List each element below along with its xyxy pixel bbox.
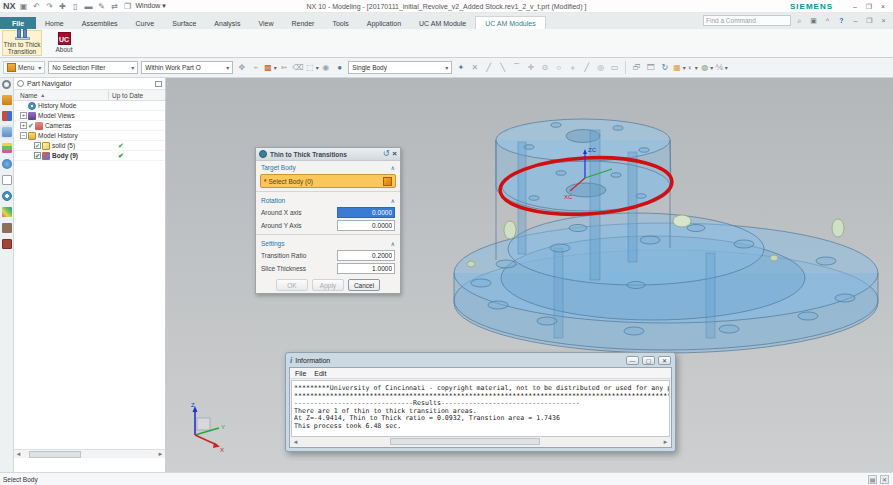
- tab-uc-am-modules-active[interactable]: UC AM Modules: [475, 16, 546, 29]
- tab-uc-am-module[interactable]: UC AM Module: [410, 17, 475, 29]
- information-text-area[interactable]: *********University of Cincinnati - copy…: [291, 380, 670, 437]
- select-previous-icon[interactable]: ⌁: [250, 63, 261, 72]
- slice-thickness-input[interactable]: [337, 263, 395, 274]
- tab-curve[interactable]: Curve: [127, 17, 164, 29]
- process-studio-icon[interactable]: [2, 223, 12, 233]
- swap-icon[interactable]: ⇄: [110, 1, 120, 11]
- expand-icon[interactable]: +: [20, 122, 27, 129]
- cancel-button[interactable]: Cancel: [348, 279, 380, 291]
- information-window[interactable]: i Information — ▢ ✕ File Edit *********U…: [285, 352, 676, 452]
- tree-item-cameras[interactable]: + ✔ Cameras: [14, 121, 165, 131]
- dependency-icon[interactable]: ✕: [880, 475, 889, 484]
- panel-gear-icon[interactable]: [17, 80, 24, 87]
- apply-button[interactable]: Apply: [312, 279, 344, 291]
- quadrant-icon[interactable]: ✛: [525, 63, 536, 72]
- tab-assemblies[interactable]: Assemblies: [73, 17, 127, 29]
- work-layer-icon[interactable]: ●: [334, 63, 345, 72]
- graphics-viewport[interactable]: ZC XC Z Y X: [166, 78, 893, 472]
- information-title-bar[interactable]: i Information — ▢ ✕: [286, 353, 675, 367]
- info-menu-file[interactable]: File: [295, 370, 306, 377]
- checkbox-checked-icon[interactable]: ✔: [34, 142, 41, 149]
- around-x-input[interactable]: [337, 207, 395, 218]
- window-cascade-icon[interactable]: 🗗: [631, 63, 642, 72]
- target-body-section-header[interactable]: Target Body∧: [256, 161, 400, 173]
- thin-to-thick-transitions-dialog[interactable]: Thin to Thick Transitions ↺ × Target Bod…: [255, 147, 401, 294]
- tangent-point-icon[interactable]: ◎: [595, 63, 606, 72]
- refresh-icon[interactable]: ↻: [659, 63, 670, 72]
- existing-point-icon[interactable]: ⊙: [539, 63, 550, 72]
- paste-icon[interactable]: ▬: [84, 1, 94, 11]
- arc-center-icon[interactable]: ⌒: [511, 62, 522, 73]
- collapse-chevron-icon[interactable]: ∧: [391, 240, 395, 247]
- undo-icon[interactable]: ↶: [32, 1, 42, 11]
- show-hide-icon[interactable]: ◉: [320, 63, 331, 72]
- assembly-navigator-icon[interactable]: [2, 95, 12, 105]
- face-snap-icon[interactable]: ▭: [609, 63, 620, 72]
- tree-item-body[interactable]: ✔ Body (9) ✔: [14, 151, 165, 161]
- tree-item-history-mode[interactable]: History Mode: [14, 101, 165, 111]
- around-y-input[interactable]: [337, 220, 395, 231]
- scroll-left-icon[interactable]: ◄: [14, 451, 23, 457]
- layers-icon[interactable]: [2, 143, 12, 153]
- expand-icon[interactable]: +: [20, 112, 27, 119]
- brush-icon[interactable]: ✎: [97, 1, 107, 11]
- internet-icon[interactable]: [2, 159, 12, 169]
- tree-item-model-history[interactable]: − Model History: [14, 131, 165, 141]
- minimize-icon[interactable]: –: [849, 2, 861, 11]
- collapse-chevron-icon[interactable]: ∧: [391, 197, 395, 204]
- tab-application[interactable]: Application: [358, 17, 410, 29]
- point-on-surface-icon[interactable]: ＋: [567, 62, 578, 73]
- copy-icon[interactable]: ▯: [71, 1, 81, 11]
- scroll-left-icon[interactable]: ◄: [291, 439, 300, 445]
- snap-point-icon[interactable]: ✦: [455, 63, 466, 72]
- menu-button[interactable]: Menu▾: [3, 61, 45, 74]
- doc-close-icon[interactable]: ×: [878, 15, 889, 26]
- tab-home[interactable]: Home: [36, 17, 73, 29]
- info-menu-edit[interactable]: Edit: [314, 370, 326, 377]
- body-cube-icon[interactable]: [383, 177, 392, 186]
- settings-section-header[interactable]: Settings∧: [256, 237, 400, 249]
- close-icon[interactable]: ×: [877, 2, 889, 11]
- dialog-title-bar[interactable]: Thin to Thick Transitions ↺ ×: [256, 148, 400, 161]
- scroll-right-icon[interactable]: ►: [661, 439, 670, 445]
- clipboard-icon[interactable]: ▤: [868, 475, 877, 484]
- roles-gear-icon[interactable]: [2, 80, 11, 89]
- save-icon[interactable]: ▣: [19, 1, 29, 11]
- window-tile-icon[interactable]: 🗖: [645, 63, 656, 72]
- tree-item-model-views[interactable]: + Model Views: [14, 111, 165, 121]
- deselect-icon[interactable]: ⌫: [292, 63, 303, 72]
- ok-button[interactable]: OK: [276, 279, 308, 291]
- tree-item-solid[interactable]: ✔ solid (5) ✔: [14, 141, 165, 151]
- view-orientation-icon[interactable]: ⅍▾: [715, 63, 726, 72]
- rendering-style-icon[interactable]: ◍▾: [701, 63, 712, 72]
- minimize-ribbon-icon[interactable]: ^: [822, 15, 833, 26]
- rotation-section-header[interactable]: Rotation∧: [256, 194, 400, 206]
- select-body-row[interactable]: * Select Body (0): [260, 174, 396, 188]
- tab-tools[interactable]: Tools: [323, 17, 357, 29]
- window-menu-button[interactable]: Window ▾: [136, 2, 166, 10]
- rectangle-select-icon[interactable]: ⬚▾: [306, 63, 317, 72]
- cut-icon[interactable]: ✚: [58, 1, 68, 11]
- snap-highlight-icon[interactable]: ✥: [236, 63, 247, 72]
- part-navigator-icon[interactable]: [2, 127, 12, 137]
- full-screen-icon[interactable]: ▣: [808, 15, 819, 26]
- information-hscrollbar[interactable]: ◄ ►: [291, 437, 670, 446]
- dialog-reset-icon[interactable]: ↺: [383, 150, 390, 158]
- redo-icon[interactable]: ↷: [45, 1, 55, 11]
- capture-image-icon[interactable]: ▩▾: [264, 63, 275, 72]
- mid-point-icon[interactable]: ╱: [483, 63, 494, 72]
- constraint-navigator-icon[interactable]: [2, 111, 12, 121]
- checkbox-checked-icon[interactable]: ✔: [34, 152, 41, 159]
- end-point-icon[interactable]: ✕: [469, 63, 480, 72]
- body-filter-dropdown[interactable]: Single Body▾: [348, 61, 452, 74]
- panel-pin-icon[interactable]: [155, 81, 162, 87]
- part-navigator-hscrollbar[interactable]: ◄ ►: [14, 449, 165, 458]
- reuse-library-icon[interactable]: [2, 175, 12, 185]
- fit-view-icon[interactable]: ▦▾: [673, 63, 684, 72]
- selection-scope-dropdown[interactable]: Within Work Part O▾: [141, 61, 233, 74]
- scroll-right-icon[interactable]: ►: [156, 451, 165, 457]
- tab-surface[interactable]: Surface: [163, 17, 205, 29]
- scroll-thumb[interactable]: [29, 451, 81, 458]
- dialog-close-icon[interactable]: ×: [392, 150, 397, 158]
- find-command-input[interactable]: [703, 15, 791, 26]
